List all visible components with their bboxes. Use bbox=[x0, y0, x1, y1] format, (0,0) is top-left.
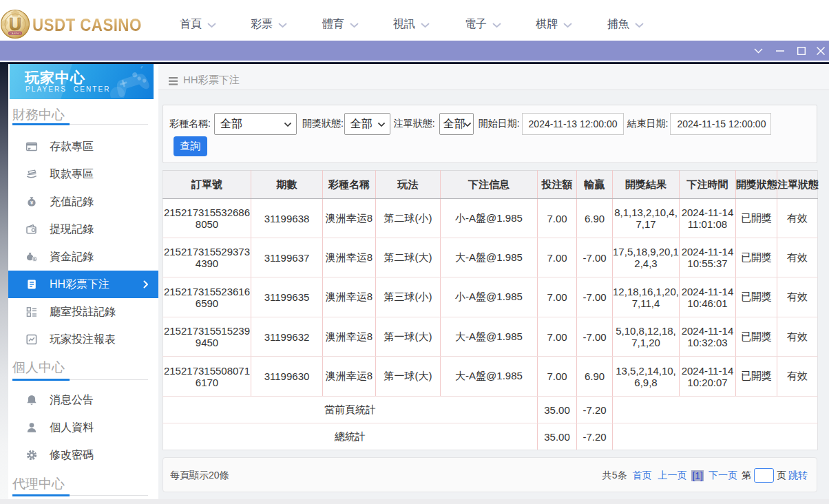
svg-text:CASINO: CASINO bbox=[10, 32, 21, 35]
svg-text:U: U bbox=[9, 14, 21, 34]
